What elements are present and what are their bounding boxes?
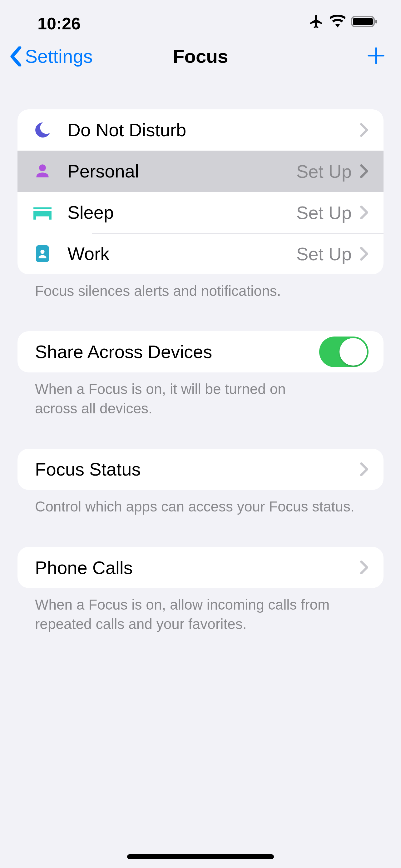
share-group: Share Across Devices: [18, 331, 383, 372]
share-across-devices-toggle[interactable]: [319, 337, 369, 367]
svg-point-4: [40, 250, 44, 254]
nav-bar: Settings Focus: [0, 34, 401, 78]
status-time: 10:26: [37, 15, 80, 32]
row-label: Do Not Disturb: [67, 119, 360, 141]
row-label: Phone Calls: [35, 557, 360, 579]
svg-rect-1: [353, 18, 373, 25]
toggle-knob: [339, 338, 367, 366]
row-label: Work: [67, 243, 296, 265]
focus-row-do-not-disturb[interactable]: Do Not Disturb: [18, 110, 383, 151]
chevron-right-icon: [360, 123, 369, 137]
add-button[interactable]: [367, 46, 386, 66]
chevron-right-icon: [360, 462, 369, 476]
wifi-icon: [330, 15, 345, 29]
focus-modes-footer: Focus silences alerts and notifications.: [18, 281, 383, 301]
phone-calls-group: Phone Calls: [18, 547, 383, 588]
status-bar: 10:26: [0, 0, 401, 34]
row-label: Share Across Devices: [35, 341, 319, 363]
focus-status-row[interactable]: Focus Status: [18, 449, 383, 490]
phone-calls-footer: When a Focus is on, allow incoming calls…: [18, 595, 383, 634]
person-icon: [30, 163, 55, 179]
svg-rect-2: [375, 20, 377, 24]
battery-icon: [351, 15, 378, 29]
chevron-right-icon: [360, 206, 369, 219]
chevron-right-icon: [360, 164, 369, 178]
focus-status-footer: Control which apps can access your Focus…: [18, 497, 383, 516]
row-detail: Set Up: [296, 161, 352, 182]
focus-row-work[interactable]: Work Set Up: [18, 233, 383, 274]
focus-row-sleep[interactable]: Sleep Set Up: [18, 192, 383, 233]
status-icons: [308, 14, 382, 32]
row-label: Focus Status: [35, 458, 360, 480]
row-label: Sleep: [67, 202, 296, 223]
airplane-mode-icon: [308, 14, 324, 31]
back-button[interactable]: Settings: [9, 45, 93, 67]
share-footer: When a Focus is on, it will be turned on…: [18, 379, 305, 418]
row-detail: Set Up: [296, 243, 352, 264]
focus-status-group: Focus Status: [18, 449, 383, 490]
back-label: Settings: [25, 45, 93, 67]
moon-icon: [30, 121, 55, 139]
share-across-devices-row: Share Across Devices: [18, 331, 383, 372]
chevron-right-icon: [360, 561, 369, 574]
phone-calls-row[interactable]: Phone Calls: [18, 547, 383, 588]
row-label: Personal: [67, 160, 296, 182]
chevron-right-icon: [360, 247, 369, 260]
row-detail: Set Up: [296, 202, 352, 223]
page-title: Focus: [173, 45, 228, 67]
focus-modes-group: Do Not Disturb Personal Set Up Sleep Set…: [18, 110, 383, 274]
home-indicator[interactable]: [127, 854, 274, 859]
chevron-left-icon: [9, 46, 22, 66]
bed-icon: [30, 205, 55, 220]
focus-row-personal[interactable]: Personal Set Up: [18, 151, 383, 192]
badge-icon: [30, 245, 55, 263]
